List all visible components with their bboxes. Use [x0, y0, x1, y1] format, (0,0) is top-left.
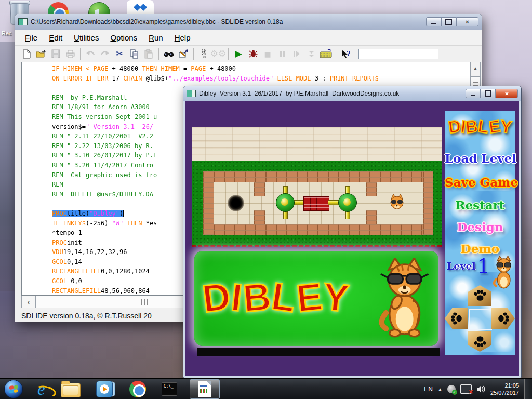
dpad-down-tile[interactable]: [468, 331, 491, 352]
open-icon: [36, 49, 46, 58]
dpad-up-tile[interactable]: [468, 285, 491, 306]
wall-top: [203, 171, 433, 182]
skip-button[interactable]: [304, 47, 318, 61]
undo-button[interactable]: [84, 47, 97, 61]
taskbar-clock[interactable]: 21:05 25/07/2017: [490, 382, 519, 396]
network-disconnected-icon[interactable]: [460, 384, 472, 394]
toolbar-search-input[interactable]: [358, 49, 438, 59]
game-menu-load-level[interactable]: Load Level: [445, 151, 515, 165]
keyboard-icon: [320, 49, 332, 58]
dibley-window: Dibley Version 3.1 26/1/2017 by P.E.Mars…: [183, 86, 522, 378]
menu-utilities[interactable]: Utilities: [68, 31, 104, 44]
scroll-left-arrow-icon[interactable]: ‹: [22, 296, 36, 308]
folder-icon: [61, 383, 81, 397]
minimize-button[interactable]: [426, 17, 441, 26]
new-button[interactable]: [20, 47, 33, 61]
brick-block: [366, 210, 377, 224]
taskbar: e C:\_ EN ▲ 21:05: [0, 378, 532, 399]
menu-edit[interactable]: Edit: [43, 31, 68, 44]
paste-button[interactable]: [142, 47, 155, 61]
safely-remove-icon[interactable]: [447, 385, 456, 393]
red-brick-wall: [303, 196, 329, 211]
desktop: Rec C:\Users\Richard\Downloads\bbcsdl20\…: [0, 0, 532, 399]
game-sidebar: DIBLEY Load LevelSave GameRestartDesignD…: [445, 111, 515, 355]
dibley-titlebar[interactable]: Dibley Version 3.1 26/1/2017 by P.E.Mars…: [183, 86, 521, 101]
taskbar-windows-explorer[interactable]: [61, 381, 81, 397]
taskbar-media-player[interactable]: [96, 381, 113, 397]
menu-help[interactable]: Help: [169, 31, 196, 44]
show-desktop-button[interactable]: [524, 379, 532, 399]
maximize-button[interactable]: [441, 17, 456, 26]
settings-button[interactable]: ⚙⚙: [211, 47, 225, 61]
save-button[interactable]: [49, 47, 62, 61]
brick-block: [254, 210, 265, 224]
paw-icon: [450, 312, 463, 325]
separator-line: [192, 245, 442, 247]
game-minimize-button[interactable]: [466, 89, 481, 98]
game-menu-save-game[interactable]: Save Game: [445, 175, 515, 189]
dropbox-desktop-icon[interactable]: [127, 0, 154, 15]
taskbar-internet-explorer[interactable]: e: [37, 381, 45, 397]
media-player-icon: [96, 381, 113, 397]
run-button[interactable]: ▶: [232, 47, 245, 61]
debug-icon: [249, 49, 258, 58]
windows-logo-icon: [4, 380, 23, 398]
close-button[interactable]: ✕: [456, 17, 478, 26]
game-menu-demo[interactable]: Demo: [445, 242, 515, 256]
menu-file[interactable]: File: [19, 31, 43, 44]
menu-options[interactable]: Options: [104, 31, 143, 44]
menu-run[interactable]: Run: [143, 31, 169, 44]
find-button[interactable]: [162, 47, 176, 61]
start-button[interactable]: [4, 380, 23, 398]
print-icon: [65, 50, 75, 58]
hidden-icons-arrow-icon[interactable]: ▲: [438, 387, 442, 392]
toolbar-separator: [80, 48, 81, 60]
scroll-up-arrow-icon[interactable]: ▲: [471, 62, 480, 74]
level-label: Level: [447, 260, 476, 272]
dibley-banner: DIBLEY: [194, 251, 438, 346]
dpad-left-tile[interactable]: [445, 308, 468, 329]
volume-icon[interactable]: [476, 385, 486, 393]
command-prompt-icon: C:\_: [162, 382, 177, 396]
copy-button[interactable]: [127, 47, 141, 61]
game-menu-design[interactable]: Design: [445, 220, 515, 234]
game-menu-restart[interactable]: Restart: [445, 198, 515, 212]
brick-block: [366, 182, 377, 196]
replace-button[interactable]: [177, 47, 190, 61]
sdlide-taskbar-icon: [198, 381, 211, 397]
find-icon: [164, 50, 174, 58]
redo-button[interactable]: [98, 47, 112, 61]
sdlide-titlebar[interactable]: C:\Users\Richard\Downloads\bbcsdl20\exam…: [15, 14, 482, 30]
clock-date: 25/07/2017: [490, 389, 519, 396]
dpad-right-tile[interactable]: [491, 308, 515, 329]
code-line: IF HIMEM < PAGE + 48000 THEN HIMEM = PAG…: [52, 64, 470, 74]
new-icon: [22, 49, 31, 59]
pause-icon: [279, 50, 285, 57]
score-strip: [192, 127, 442, 161]
step-button[interactable]: [290, 47, 303, 61]
language-indicator[interactable]: EN: [424, 385, 433, 393]
debug-button[interactable]: [246, 47, 260, 61]
stop-button[interactable]: ■: [261, 47, 274, 61]
open-button[interactable]: [34, 47, 48, 61]
taskbar-chrome[interactable]: [129, 381, 146, 397]
pause-button[interactable]: [275, 47, 289, 61]
brick-block: [254, 182, 265, 196]
code-line: ON ERROR IF ERR=17 CHAIN @lib$+"../examp…: [52, 74, 470, 84]
redo-icon: [100, 50, 110, 58]
renumber-button[interactable]: 102030: [197, 47, 210, 61]
game-close-button[interactable]: ✕: [496, 89, 518, 98]
toolbar-separator: [193, 48, 194, 60]
cut-button[interactable]: ✂: [113, 47, 126, 61]
taskbar-sdlide-active[interactable]: [188, 379, 222, 399]
help-button[interactable]: ?: [339, 47, 353, 61]
keyboard-button[interactable]: [319, 47, 332, 61]
chrome-icon: [129, 381, 146, 397]
paw-icon: [497, 312, 510, 325]
replace-icon: [179, 49, 189, 58]
sdlide-window-title: C:\Users\Richard\Downloads\bbcsdl20\exam…: [31, 18, 283, 25]
taskbar-command-prompt[interactable]: C:\_: [162, 382, 177, 396]
game-screen: DIBLEY: [185, 101, 519, 376]
game-maximize-button[interactable]: [481, 89, 496, 98]
print-button[interactable]: [63, 47, 77, 61]
